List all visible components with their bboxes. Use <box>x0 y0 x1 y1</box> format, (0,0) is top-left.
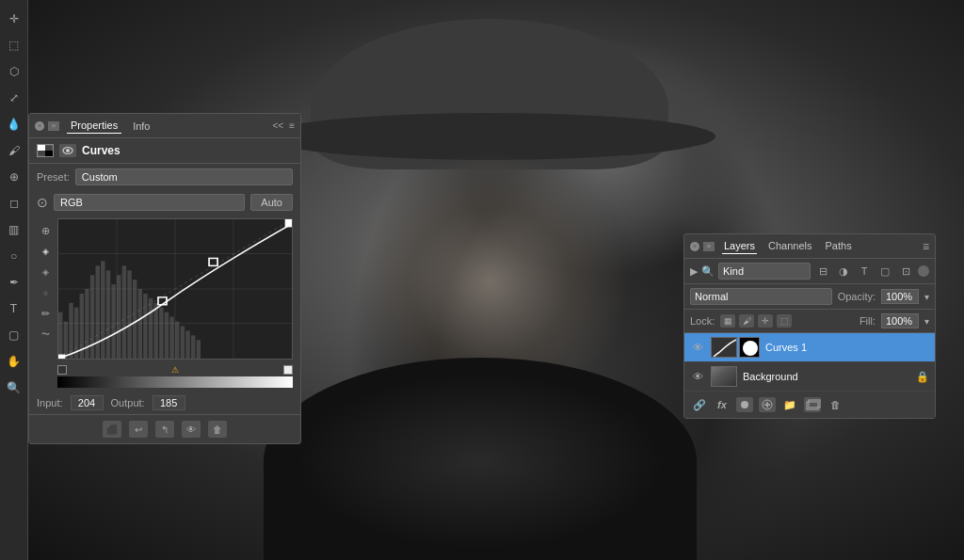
lock-position-icon[interactable]: ✛ <box>758 314 773 328</box>
svg-point-5 <box>66 149 70 152</box>
svg-rect-38 <box>191 335 196 359</box>
play-arrow-icon[interactable]: ▶ <box>690 265 698 278</box>
tab-paths[interactable]: Paths <box>824 238 854 254</box>
svg-rect-1 <box>38 145 45 151</box>
delete-layer-icon[interactable]: 🗑 <box>826 396 844 413</box>
input-value[interactable]: 204 <box>71 395 104 410</box>
white-point-slider[interactable] <box>283 365 293 375</box>
link-layers-icon[interactable]: 🔗 <box>690 396 709 413</box>
sidebar-icon-zoom[interactable]: 🔍 <box>3 376 25 399</box>
preset-dropdown[interactable]: Custom <box>75 168 293 185</box>
layers-close-button[interactable]: × <box>690 242 699 251</box>
svg-rect-26 <box>127 270 132 359</box>
input-label: Input: <box>37 397 63 408</box>
layers-tabs: Layers Channels Paths <box>722 238 923 254</box>
layers-panel: × » Layers Channels Paths ≡ ▶ 🔍 Kind ⊟ ◑… <box>683 233 936 419</box>
sidebar-icon-shape[interactable]: ▢ <box>3 324 25 346</box>
opacity-arrow[interactable]: ▾ <box>924 292 929 302</box>
tab-properties[interactable]: Properties <box>67 118 121 134</box>
svg-rect-15 <box>69 303 73 359</box>
svg-rect-21 <box>101 261 105 359</box>
sidebar-icon-hand[interactable]: ✋ <box>3 350 25 373</box>
filter-image-icon[interactable]: ⊟ <box>814 264 831 279</box>
layer-visibility-toggle[interactable] <box>59 144 76 157</box>
lock-transparency-icon[interactable]: ▦ <box>720 314 735 328</box>
sidebar-icon-gradient[interactable]: ▥ <box>3 218 25 241</box>
filter-adjust-icon[interactable]: ◑ <box>835 264 852 279</box>
fx-icon[interactable]: fx <box>713 396 731 413</box>
output-value[interactable]: 185 <box>153 395 185 410</box>
svg-rect-32 <box>159 308 164 359</box>
sidebar-icon-lasso[interactable]: ⬡ <box>3 60 25 83</box>
sidebar-icon-clone[interactable]: ⊕ <box>3 166 25 188</box>
black-point-tool[interactable]: ◈ <box>37 284 54 301</box>
layers-collapse-button[interactable]: » <box>703 242 715 251</box>
opacity-input[interactable] <box>881 289 919 304</box>
fill-arrow[interactable]: ▾ <box>924 316 929 327</box>
curves-target-icon[interactable]: ⊙ <box>37 195 48 210</box>
panel-collapse-icon[interactable]: << <box>272 120 283 131</box>
group-icon[interactable]: 📁 <box>780 396 799 413</box>
channel-dropdown[interactable]: RGB <box>54 194 245 211</box>
tab-info[interactable]: Info <box>129 119 153 134</box>
gray-point-tool[interactable]: ◈ <box>37 264 54 280</box>
sidebar-icon-type[interactable]: T <box>3 297 25 320</box>
fill-input[interactable] <box>881 313 919 328</box>
visibility-bottom-icon[interactable]: 👁 <box>182 421 201 438</box>
panel-close-button[interactable]: × <box>35 121 44 131</box>
mask-bottom-icon[interactable]: ⬛ <box>103 421 121 438</box>
white-point-tool[interactable]: ◈ <box>37 243 54 260</box>
svg-point-46 <box>741 401 748 408</box>
lock-label: Lock: <box>690 315 715 327</box>
output-label: Output: <box>111 397 145 408</box>
svg-rect-23 <box>111 284 116 359</box>
history-bottom-icon[interactable]: ↰ <box>155 421 174 438</box>
lock-paint-icon[interactable]: 🖌 <box>739 314 754 328</box>
io-row: Input: 204 Output: 185 <box>29 392 300 414</box>
layer-visibility-curves1[interactable]: 👁 <box>690 341 705 354</box>
filter-dot[interactable] <box>918 265 929 277</box>
tab-channels[interactable]: Channels <box>766 238 813 254</box>
layer-visibility-background[interactable]: 👁 <box>690 370 705 383</box>
sidebar-icon-dodge[interactable]: ○ <box>3 245 25 267</box>
black-point-slider[interactable] <box>57 365 67 375</box>
curves-graph <box>57 218 293 360</box>
properties-panel: × » Properties Info << ≡ Curv <box>28 113 301 444</box>
filter-smart-icon[interactable]: ⊡ <box>897 264 914 279</box>
svg-rect-14 <box>64 322 69 359</box>
filter-shape-icon[interactable]: ▢ <box>876 264 893 279</box>
kind-dropdown[interactable]: Kind <box>718 263 811 280</box>
sidebar-icon-pen[interactable]: ✒ <box>3 271 25 294</box>
search-icon: 🔍 <box>701 265 715 278</box>
new-layer-icon[interactable] <box>803 396 822 413</box>
tab-layers[interactable]: Layers <box>722 238 757 254</box>
auto-button[interactable]: Auto <box>250 194 293 211</box>
smooth-tool[interactable]: 〜 <box>37 326 54 343</box>
svg-rect-36 <box>181 326 185 359</box>
delete-bottom-icon[interactable]: 🗑 <box>208 421 227 438</box>
pencil-tool[interactable]: ✏ <box>37 305 54 322</box>
adjustment-bottom-icon[interactable]: ↩ <box>129 421 148 438</box>
sidebar-icon-eyedropper[interactable]: 💧 <box>3 113 25 136</box>
svg-rect-29 <box>143 294 148 359</box>
mask-circle-icon[interactable] <box>735 396 754 413</box>
sidebar-icon-eraser[interactable]: ◻ <box>3 192 25 215</box>
svg-rect-31 <box>153 303 158 359</box>
panel-menu-icon[interactable]: ≡ <box>289 120 295 131</box>
layers-menu-icon[interactable]: ≡ <box>923 240 929 253</box>
sidebar-icon-move[interactable]: ✛ <box>3 8 25 30</box>
sidebar-icon-artboard[interactable]: ⬚ <box>3 34 25 56</box>
svg-rect-24 <box>117 275 121 359</box>
lock-artboard-icon[interactable]: ⬚ <box>777 314 792 328</box>
layer-row-background[interactable]: 👁 Background 🔒 <box>684 362 935 392</box>
search-row: ▶ 🔍 Kind ⊟ ◑ T ▢ ⊡ <box>684 259 935 284</box>
target-tool[interactable]: ⊕ <box>37 222 54 239</box>
blend-mode-dropdown[interactable]: Normal <box>690 288 832 305</box>
sidebar-icon-crop[interactable]: ⤢ <box>3 87 25 109</box>
adjustment-add-icon[interactable] <box>758 396 777 413</box>
opacity-label: Opacity: <box>838 291 876 302</box>
layer-row-curves1[interactable]: 👁 Curves 1 <box>684 333 935 362</box>
sidebar-icon-brush[interactable]: 🖌 <box>3 139 25 162</box>
panel-collapse-button[interactable]: » <box>48 121 59 131</box>
filter-type-icon[interactable]: T <box>856 264 873 279</box>
